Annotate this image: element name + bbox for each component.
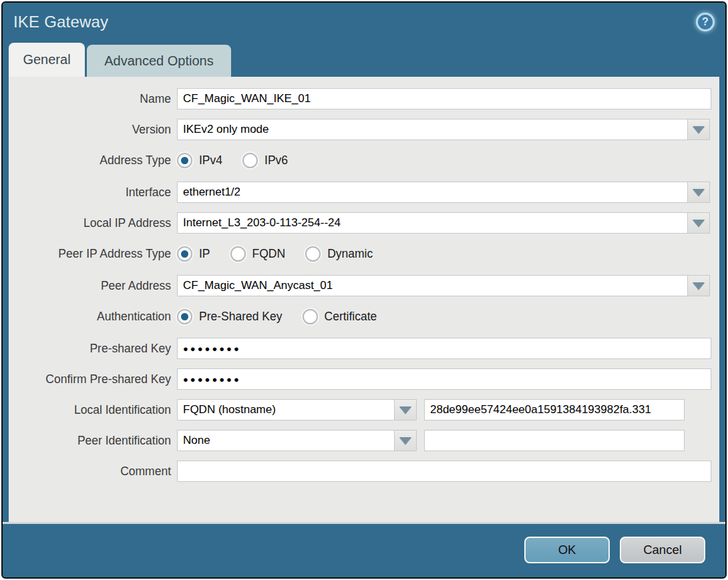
radio-label-ipv6: IPv6 bbox=[264, 154, 288, 168]
version-row: Version bbox=[9, 119, 719, 140]
radio-option-ipv6[interactable]: IPv6 bbox=[242, 153, 288, 168]
psk-confirm-label: Confirm Pre-shared Key bbox=[9, 372, 177, 386]
chevron-down-icon bbox=[693, 189, 705, 196]
general-tab-panel: Name Version Address Type IPv4 IPv6 bbox=[9, 77, 719, 522]
local-ip-dropdown-button[interactable] bbox=[687, 212, 710, 234]
psk-confirm-row: Confirm Pre-shared Key bbox=[9, 368, 719, 390]
radio-option-ip[interactable]: IP bbox=[177, 246, 210, 262]
peer-id-type-input[interactable] bbox=[177, 430, 395, 451]
radio-button-ip bbox=[177, 246, 192, 262]
peer-address-label: Peer Address bbox=[9, 279, 177, 293]
dialog-title: IKE Gateway bbox=[13, 13, 108, 31]
chevron-down-icon bbox=[693, 282, 705, 290]
radio-option-fqdn[interactable]: FQDN bbox=[230, 246, 286, 262]
interface-label: Interface bbox=[9, 186, 177, 200]
radio-label-fqdn: FQDN bbox=[252, 247, 286, 261]
chevron-down-icon bbox=[693, 220, 705, 227]
chevron-down-icon bbox=[399, 406, 411, 414]
radio-button-certificate bbox=[303, 309, 318, 324]
radio-option-ipv4[interactable]: IPv4 bbox=[177, 153, 222, 168]
dialog-titlebar: IKE Gateway ? bbox=[3, 3, 725, 41]
peer-type-row: Peer IP Address Type IP FQDN Dynamic bbox=[9, 243, 719, 264]
local-id-type-input[interactable] bbox=[177, 399, 395, 420]
radio-label-ip: IP bbox=[199, 247, 210, 261]
radio-option-pre-shared-key[interactable]: Pre-Shared Key bbox=[177, 309, 283, 324]
local-id-dropdown-button[interactable] bbox=[394, 399, 417, 420]
authentication-row: Authentication Pre-Shared Key Certificat… bbox=[9, 306, 719, 327]
comment-label: Comment bbox=[9, 465, 177, 479]
peer-address-row: Peer Address bbox=[9, 275, 719, 296]
authentication-label: Authentication bbox=[9, 310, 177, 324]
local-ip-label: Local IP Address bbox=[9, 216, 177, 230]
address-type-row: Address Type IPv4 IPv6 bbox=[9, 150, 719, 171]
psk-confirm-input[interactable] bbox=[177, 368, 711, 390]
interface-input[interactable] bbox=[177, 182, 688, 203]
radio-label-dynamic: Dynamic bbox=[327, 247, 373, 261]
local-ip-input[interactable] bbox=[177, 212, 688, 234]
help-icon[interactable]: ? bbox=[696, 13, 715, 31]
dialog-footer: OK Cancel bbox=[3, 524, 725, 575]
psk-row: Pre-shared Key bbox=[9, 338, 719, 359]
radio-label-ipv4: IPv4 bbox=[199, 154, 222, 168]
name-input[interactable] bbox=[177, 88, 711, 109]
radio-button-fqdn bbox=[230, 246, 246, 262]
peer-address-input[interactable] bbox=[177, 275, 688, 296]
local-id-row: Local Identification bbox=[9, 399, 719, 420]
psk-label: Pre-shared Key bbox=[9, 342, 177, 356]
radio-button-dynamic bbox=[305, 246, 321, 262]
comment-input[interactable] bbox=[177, 461, 711, 482]
cancel-button[interactable]: Cancel bbox=[620, 537, 705, 563]
interface-dropdown-button[interactable] bbox=[687, 182, 710, 203]
address-type-radio-group: IPv4 IPv6 bbox=[177, 153, 288, 168]
chevron-down-icon bbox=[399, 437, 411, 445]
tab-general[interactable]: General bbox=[9, 43, 85, 77]
tab-advanced-options[interactable]: Advanced Options bbox=[87, 45, 231, 77]
peer-id-dropdown-button[interactable] bbox=[394, 430, 417, 451]
radio-button-ipv4 bbox=[177, 153, 192, 168]
radio-label-certificate: Certificate bbox=[325, 310, 377, 324]
tab-bar: General Advanced Options bbox=[3, 41, 725, 77]
comment-row: Comment bbox=[9, 461, 719, 482]
local-id-value-input[interactable] bbox=[424, 399, 685, 420]
radio-label-pre-shared-key: Pre-Shared Key bbox=[199, 310, 283, 324]
version-input[interactable] bbox=[177, 119, 688, 140]
name-row: Name bbox=[9, 88, 719, 109]
interface-row: Interface bbox=[9, 182, 719, 203]
local-ip-row: Local IP Address bbox=[9, 212, 719, 234]
ike-gateway-dialog: IKE Gateway ? General Advanced Options N… bbox=[1, 1, 727, 579]
peer-id-label: Peer Identification bbox=[9, 434, 177, 448]
peer-type-radio-group: IP FQDN Dynamic bbox=[177, 246, 373, 262]
ok-button[interactable]: OK bbox=[524, 537, 610, 563]
address-type-label: Address Type bbox=[9, 154, 177, 168]
name-label: Name bbox=[9, 92, 177, 106]
radio-button-ipv6 bbox=[242, 153, 258, 168]
authentication-radio-group: Pre-Shared Key Certificate bbox=[177, 309, 377, 324]
peer-id-row: Peer Identification bbox=[9, 430, 719, 451]
psk-input[interactable] bbox=[177, 338, 711, 359]
version-label: Version bbox=[9, 123, 177, 137]
radio-option-dynamic[interactable]: Dynamic bbox=[305, 246, 373, 262]
local-id-label: Local Identification bbox=[9, 403, 177, 417]
peer-id-value-input[interactable] bbox=[424, 430, 685, 451]
radio-button-pre-shared-key bbox=[177, 309, 192, 324]
chevron-down-icon bbox=[693, 126, 705, 133]
radio-option-certificate[interactable]: Certificate bbox=[303, 309, 377, 324]
version-dropdown-button[interactable] bbox=[687, 119, 710, 140]
peer-type-label: Peer IP Address Type bbox=[9, 247, 177, 261]
peer-address-dropdown-button[interactable] bbox=[687, 275, 710, 296]
